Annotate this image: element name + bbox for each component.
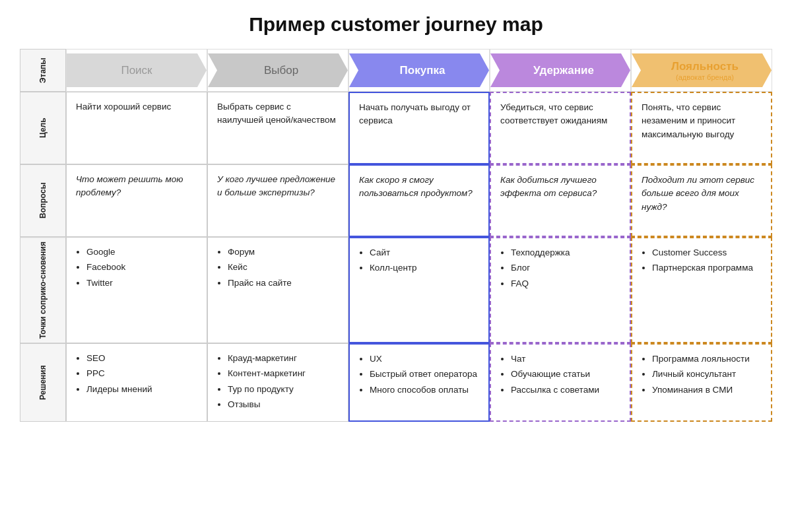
cell-0-3: Убедиться, что сервис соответствует ожид… (490, 92, 631, 164)
page-title: Пример customer journey map (20, 13, 772, 36)
cell-3-1: Крауд-маркетингКонтент-маркетингТур по п… (207, 343, 348, 422)
cell-2-4: Customer SuccessПартнерская программа (631, 237, 772, 343)
cell-3-0: SEOPPCЛидеры мнений (66, 343, 207, 422)
stage-0: Поиск (66, 49, 207, 92)
cell-1-2: Как скоро я смогу пользоваться продуктом… (348, 164, 490, 237)
journey-map: ЭтапыПоискВыборПокупкаУдержаниеЛояльност… (20, 49, 772, 422)
cell-1-3: Как добиться лучшего эффекта от сервиса? (490, 164, 631, 237)
cell-2-1: ФорумКейсПрайс на сайте (207, 237, 348, 343)
stages-row-label: Этапы (20, 49, 66, 92)
row-label-1: Вопросы (20, 164, 66, 237)
cell-2-0: GoogleFacebookTwitter (66, 237, 207, 343)
stage-2: Покупка (348, 49, 490, 92)
cell-3-4: Программа лояльностиЛичный консультантУп… (631, 343, 772, 422)
stage-4: Лояльность(адвокат бренда) (631, 49, 772, 92)
cell-1-0: Что может решить мою проблему? (66, 164, 207, 237)
cell-0-0: Найти хороший сервис (66, 92, 207, 164)
cell-1-4: Подходит ли этот сервис больше всего для… (631, 164, 772, 237)
cell-0-2: Начать получать выгоду от сервиса (348, 92, 490, 164)
cell-3-3: ЧатОбучающие статьиРассылка с советами (490, 343, 631, 422)
stage-3: Удержание (490, 49, 631, 92)
cell-0-1: Выбрать сервис с наилучшей ценой/качеств… (207, 92, 348, 164)
row-label-0: Цель (20, 92, 66, 164)
row-label-2: Точки соприко-сновения (20, 237, 66, 343)
cell-0-4: Понять, что сервис незаменим и приносит … (631, 92, 772, 164)
stage-1: Выбор (207, 49, 348, 92)
row-label-3: Решения (20, 343, 66, 422)
cell-3-2: UXБыстрый ответ оператораМного способов … (348, 343, 490, 422)
cell-1-1: У кого лучшее предложение и больше экспе… (207, 164, 348, 237)
cell-2-2: СайтКолл-центр (348, 237, 490, 343)
cell-2-3: ТехподдержкаБлогFAQ (490, 237, 631, 343)
